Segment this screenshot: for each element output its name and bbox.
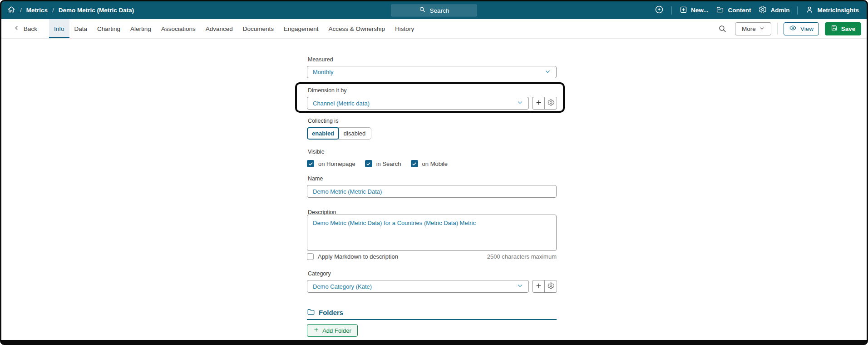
content-icon	[716, 5, 724, 15]
tab-access-ownership[interactable]: Access & Ownership	[324, 19, 390, 38]
save-button[interactable]: Save	[825, 22, 861, 35]
collecting-disabled-option[interactable]: disabled	[338, 127, 371, 140]
category-select[interactable]: Demo Category (Kate)	[307, 280, 529, 293]
dimension-settings-button[interactable]	[544, 97, 557, 109]
name-label: Name	[308, 175, 323, 182]
admin-button[interactable]: Admin	[759, 5, 789, 15]
top-navbar: / Metrics / Demo Metric (Metric Data) Se…	[1, 1, 867, 19]
account-menu[interactable]: MetricInsights	[805, 5, 859, 15]
view-button[interactable]: View	[784, 22, 819, 35]
apply-markdown-checkbox[interactable]	[307, 253, 314, 260]
app-window: / Metrics / Demo Metric (Metric Data) Se…	[0, 0, 868, 345]
check-icon	[308, 161, 313, 166]
collecting-enabled-option[interactable]: enabled	[307, 127, 339, 140]
navbar-separator	[671, 6, 672, 15]
plus-square-icon	[680, 6, 687, 15]
category-value: Demo Category (Kate)	[313, 283, 372, 290]
description-textarea[interactable]: Demo Metric (Metric Data) for a Countrie…	[307, 215, 557, 251]
new-button[interactable]: New...	[680, 6, 709, 15]
tab-info[interactable]: Info	[49, 19, 69, 38]
apply-markdown-label: Apply Markdown to description	[318, 253, 398, 260]
visible-on-mobile: on Mobile	[411, 160, 448, 167]
description-value: Demo Metric (Metric Data) for a Countrie…	[313, 220, 476, 226]
measured-value: Monthly	[313, 69, 334, 75]
checkbox-on-mobile[interactable]	[411, 160, 418, 167]
collecting-label: Collecting is	[308, 118, 338, 124]
tab-bar-actions: More View Save	[715, 19, 867, 38]
save-icon	[831, 25, 838, 33]
content-button[interactable]: Content	[716, 5, 751, 15]
gear-icon	[547, 99, 554, 108]
back-button-label: Back	[24, 25, 37, 32]
assistant-icon[interactable]	[655, 5, 664, 16]
admin-button-label: Admin	[770, 7, 789, 14]
page-search-icon[interactable]	[715, 22, 729, 35]
visible-on-homepage: on Homepage	[307, 160, 355, 167]
name-value: Demo Metric (Metric Data)	[313, 188, 382, 195]
collecting-toggle: enabled disabled	[307, 127, 371, 140]
visible-in-search: in Search	[365, 160, 401, 167]
breadcrumb-separator: /	[20, 7, 22, 14]
folder-icon	[307, 308, 315, 317]
tab-associations[interactable]: Associations	[156, 19, 201, 38]
add-folder-button[interactable]: Add Folder	[307, 324, 358, 337]
folders-underline	[307, 319, 557, 320]
tab-alerting[interactable]: Alerting	[125, 19, 156, 38]
category-settings-button[interactable]	[544, 280, 557, 292]
markdown-row: Apply Markdown to description 2500 chara…	[307, 253, 557, 260]
chevron-down-icon	[545, 69, 551, 76]
breadcrumb-separator: /	[52, 7, 54, 14]
breadcrumb-current-page: Demo Metric (Metric Data)	[59, 7, 134, 14]
breadcrumb: / Metrics / Demo Metric (Metric Data)	[1, 5, 134, 15]
account-label: MetricInsights	[817, 7, 859, 14]
dimension-value: Channel (Metric data)	[313, 100, 370, 107]
plus-icon	[535, 282, 542, 291]
name-input[interactable]: Demo Metric (Metric Data)	[307, 185, 557, 198]
check-icon	[366, 161, 371, 166]
tab-documents[interactable]: Documents	[238, 19, 279, 38]
dimension-label: Dimension it by	[308, 87, 346, 94]
screenshot-frame-border	[0, 0, 868, 345]
more-button[interactable]: More	[735, 22, 771, 35]
tab-history[interactable]: History	[390, 19, 419, 38]
add-category-button[interactable]	[533, 280, 544, 292]
folders-title: Folders	[319, 309, 343, 316]
actions-separator	[777, 23, 778, 35]
checkbox-in-search[interactable]	[365, 160, 372, 167]
search-placeholder: Search	[430, 7, 449, 14]
search-icon	[419, 6, 426, 15]
plus-icon	[313, 327, 319, 334]
navbar-separator	[797, 6, 798, 15]
add-dimension-button[interactable]	[533, 97, 544, 109]
tab-engagement[interactable]: Engagement	[279, 19, 324, 38]
chevron-down-icon	[517, 283, 523, 290]
view-button-label: View	[800, 25, 814, 32]
measured-label: Measured	[308, 56, 333, 63]
tab-advanced[interactable]: Advanced	[201, 19, 238, 38]
gear-icon	[547, 282, 554, 291]
more-button-label: More	[742, 25, 756, 32]
back-button[interactable]: Back	[1, 19, 44, 38]
tab-data[interactable]: Data	[69, 19, 93, 38]
tab-list: Info Data Charting Alerting Associations…	[49, 19, 419, 38]
navbar-actions: New... Content Admin MetricInsights	[655, 5, 867, 16]
folders-section-header: Folders	[307, 308, 343, 317]
tab-charting[interactable]: Charting	[92, 19, 125, 38]
new-button-label: New...	[691, 7, 709, 14]
chevron-down-icon	[760, 25, 764, 32]
checkbox-label: in Search	[376, 160, 401, 167]
measured-select[interactable]: Monthly	[307, 66, 557, 78]
gear-icon	[759, 5, 767, 15]
category-label: Category	[308, 270, 331, 277]
save-button-label: Save	[841, 25, 856, 32]
eye-icon	[789, 24, 797, 33]
home-icon[interactable]	[7, 5, 15, 15]
checkbox-label: on Homepage	[318, 160, 355, 167]
breadcrumb-item-metrics[interactable]: Metrics	[26, 7, 48, 14]
dimension-button-group	[532, 97, 557, 110]
plus-icon	[535, 99, 542, 108]
checkbox-on-homepage[interactable]	[307, 160, 314, 167]
dimension-select[interactable]: Channel (Metric data)	[307, 97, 529, 110]
chevron-down-icon	[517, 100, 523, 107]
global-search-input[interactable]: Search	[391, 4, 477, 16]
